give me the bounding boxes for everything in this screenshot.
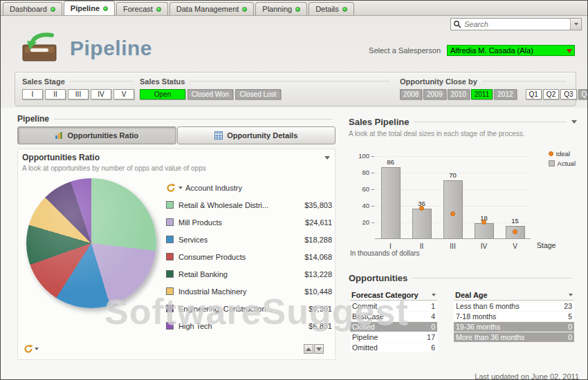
opportunities-title: Opportunities [349, 273, 407, 283]
close-by-quarter-buttons: Q1Q2Q3Q4 [526, 89, 588, 99]
filter-button-i[interactable]: I [22, 89, 43, 99]
legend-item-retail-banking[interactable]: Retail Banking$13,228 [166, 265, 332, 283]
legend-item-value: $6,831 [296, 322, 332, 330]
filter-button-iv[interactable]: IV [91, 89, 111, 99]
dimension-label: Account Industry [185, 184, 242, 192]
list-item-7-18-months[interactable]: 7-18 months5 [454, 312, 574, 321]
legend-entry-ideal: Ideal [549, 150, 576, 158]
dimension-selector[interactable]: Account Industry [166, 180, 332, 196]
triangle-up-icon [306, 348, 311, 351]
list-item-commit[interactable]: Commit1 [350, 301, 437, 311]
list-header-forecast-category[interactable]: Forecast Category [350, 289, 437, 301]
filter-button-q3[interactable]: Q3 [560, 89, 576, 99]
cycle-dimension-button[interactable] [24, 344, 39, 354]
filter-button-closed-lost[interactable]: Closed Lost [235, 89, 281, 99]
tab-forecast[interactable]: Forecast [116, 2, 168, 15]
tab-label: Planning [262, 5, 292, 13]
list-item-value: 23 [564, 302, 572, 310]
tab-opportunities-ratio[interactable]: Opportunities Ratio [17, 126, 176, 144]
filter-button-open[interactable]: Open [140, 89, 185, 99]
bar-chart-plot[interactable]: 86I36II70III18IV15V [375, 156, 531, 239]
forecast-category-list: Forecast CategoryCommit1BestCase4Closed0… [350, 289, 437, 352]
list-item-omitted[interactable]: Omitted6 [350, 343, 437, 352]
sales-pipeline-title: Sales Pipeline [349, 117, 409, 127]
filter-button-q2[interactable]: Q2 [543, 89, 559, 99]
tab-green-dot-icon [295, 7, 300, 12]
search-dropdown-button[interactable] [570, 19, 581, 30]
filter-button-q4[interactable]: Q4 [578, 89, 588, 99]
x-axis-category-label: V [505, 243, 526, 250]
tab-dashboard[interactable]: Dashboard [3, 2, 62, 15]
gridline [375, 156, 531, 157]
filter-button-iii[interactable]: III [68, 89, 89, 99]
legend-item-mill-products[interactable]: Mill Products$24,611 [166, 213, 332, 231]
filter-button-v[interactable]: V [113, 89, 134, 99]
tab-details[interactable]: Details [309, 2, 354, 15]
sales-pipeline-menu-caret-icon[interactable] [571, 120, 577, 124]
filter-button-ii[interactable]: II [45, 89, 66, 99]
list-item-pipeline[interactable]: Pipeline17 [350, 332, 437, 342]
tab-planning[interactable]: Planning [255, 2, 307, 15]
legend-item-retail-wholesale-distri[interactable]: Retail & Wholesale Distri...$35,803 [166, 196, 332, 213]
view-tab-label: Opportunity Details [227, 131, 297, 140]
legend-item-engineering-construction[interactable]: Engineering, Construction...$9,991 [166, 300, 332, 317]
y-axis-tick-label: 80 [351, 169, 369, 176]
bar-stage-i[interactable] [381, 167, 401, 238]
legend-swatch-icon [166, 201, 174, 209]
salesperson-name: Alfredia M. Casada (Ala) [450, 46, 533, 55]
list-header-deal-age[interactable]: Deal Age [454, 289, 574, 301]
legend-item-industrial-machinery[interactable]: Industrial Machinery$10,448 [166, 283, 332, 300]
app-window: DashboardPipelineForecastData Management… [1, 1, 587, 379]
search-input[interactable] [461, 20, 570, 28]
legend-actual-label: Actual [558, 160, 576, 167]
filter-button-2011[interactable]: 2011 [471, 89, 493, 99]
pipeline-panel: Pipeline Opportunities Ratio [16, 111, 338, 361]
scroll-down-button[interactable] [314, 344, 324, 354]
list-item-19-36-months[interactable]: 19-36 months0 [454, 322, 574, 332]
list-item-closed[interactable]: Closed0 [350, 322, 437, 332]
tab-data-management[interactable]: Data Management [169, 2, 255, 15]
legend-item-high-tech[interactable]: High Tech$6,831 [166, 317, 332, 334]
bar-stage-iii[interactable] [443, 180, 463, 238]
legend-ideal-label: Ideal [556, 150, 571, 158]
legend-swatch-icon [166, 253, 174, 260]
salesperson-value-field[interactable]: Alfredia M. Casada (Ala) [447, 45, 575, 56]
cycle-icon [24, 344, 33, 354]
salesperson-caret-icon [567, 49, 572, 53]
list-item-more-than-36-months[interactable]: More than 36 months0 [454, 332, 574, 342]
y-axis-tick-icon [371, 206, 374, 207]
filter-button-2010[interactable]: 2010 [448, 89, 470, 99]
pipeline-panel-title: Pipeline [17, 114, 49, 124]
chevron-down-icon [35, 348, 39, 350]
tab-pipeline[interactable]: Pipeline [64, 1, 115, 15]
scroll-up-button[interactable] [304, 344, 313, 354]
list-item-bestcase[interactable]: BestCase4 [350, 312, 437, 321]
filter-button-q1[interactable]: Q1 [526, 89, 542, 99]
list-item-value: 6 [431, 343, 435, 352]
list-item-label: 19-36 months [456, 323, 500, 331]
actual-legend-icon [549, 160, 555, 167]
tab-opportunity-details[interactable]: Opportunity Details [177, 126, 336, 144]
filter-button-closed-won[interactable]: Closed Won [187, 89, 233, 99]
bar-stage-iv[interactable] [475, 223, 494, 238]
filter-panel: Sales Stage IIIIIIIVV Sales Status OpenC… [15, 72, 576, 106]
legend-item-services[interactable]: Services$18,288 [166, 231, 332, 248]
legend-items: Retail & Wholesale Distri...$35,803Mill … [166, 196, 332, 334]
opportunities-ratio-box: Opportunities Ratio A look at opportunit… [17, 149, 336, 360]
legend-item-value: $9,991 [296, 305, 332, 313]
ideal-legend-icon [549, 151, 553, 156]
tab-green-dot-icon [103, 6, 108, 11]
list-item-less-than-6-months[interactable]: Less than 6 months23 [454, 301, 574, 311]
legend-item-label: Consumer Products [178, 253, 291, 261]
cycle-dimension-icon [166, 183, 176, 193]
legend-item-consumer-products[interactable]: Consumer Products$14,068 [166, 248, 332, 265]
box-menu-caret-icon[interactable] [324, 156, 330, 160]
y-axis-tick-label: 100 [351, 152, 369, 160]
filter-button-2012[interactable]: 2012 [494, 89, 516, 99]
bar-stage-ii[interactable] [412, 209, 432, 238]
filter-button-2009[interactable]: 2009 [423, 89, 445, 99]
x-axis-category-label: III [443, 243, 463, 250]
list-item-value: 0 [431, 323, 435, 331]
pie-chart[interactable] [26, 178, 156, 308]
filter-button-2008[interactable]: 2008 [400, 89, 422, 99]
